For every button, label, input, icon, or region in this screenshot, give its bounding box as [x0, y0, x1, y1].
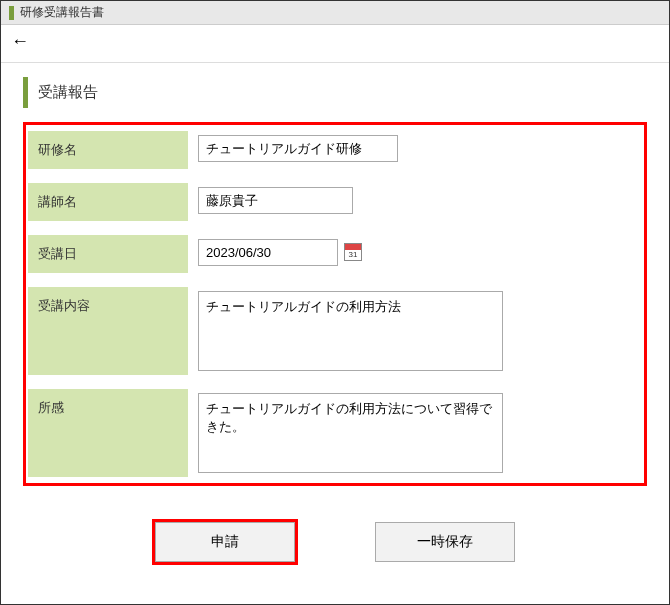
field-training-name	[188, 131, 642, 169]
field-instructor	[188, 183, 642, 221]
back-row: ←	[1, 25, 669, 63]
row-impression: 所感	[28, 389, 642, 477]
calendar-day: 31	[345, 250, 361, 260]
impression-textarea[interactable]	[198, 393, 503, 473]
label-instructor: 講師名	[28, 183, 188, 221]
form-container: 研修名 講師名 受講日 31 受講内容	[23, 122, 647, 486]
field-attend-date: 31	[188, 235, 642, 273]
apply-button[interactable]: 申請	[155, 522, 295, 562]
label-attend-date: 受講日	[28, 235, 188, 273]
training-name-input[interactable]	[198, 135, 398, 162]
back-arrow-icon[interactable]: ←	[11, 31, 29, 52]
save-draft-button[interactable]: 一時保存	[375, 522, 515, 562]
label-content: 受講内容	[28, 287, 188, 375]
content-area: 受講報告 研修名 講師名 受講日 31 受講内容	[1, 63, 669, 580]
row-attend-date: 受講日 31	[28, 235, 642, 273]
calendar-icon[interactable]: 31	[344, 243, 362, 261]
field-impression	[188, 389, 642, 477]
attend-date-input[interactable]	[198, 239, 338, 266]
button-row: 申請 一時保存	[23, 522, 647, 562]
content-textarea[interactable]	[198, 291, 503, 371]
page-header: 研修受講報告書	[1, 1, 669, 25]
section-title: 受講報告	[23, 77, 647, 108]
row-instructor: 講師名	[28, 183, 642, 221]
label-training-name: 研修名	[28, 131, 188, 169]
header-marker	[9, 6, 14, 20]
row-content: 受講内容	[28, 287, 642, 375]
page-title: 研修受講報告書	[20, 4, 104, 21]
label-impression: 所感	[28, 389, 188, 477]
row-training-name: 研修名	[28, 131, 642, 169]
field-content	[188, 287, 642, 375]
instructor-input[interactable]	[198, 187, 353, 214]
